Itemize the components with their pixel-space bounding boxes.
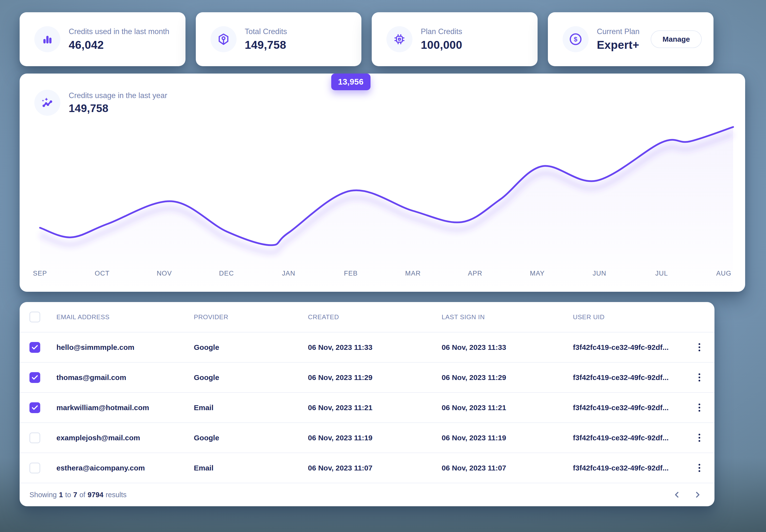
pagination-prev-button[interactable] — [671, 489, 683, 501]
table-row: examplejosh@mail.comGoogle06 Nov, 2023 1… — [20, 423, 715, 453]
email-cell: thomas@gmail.com — [56, 373, 194, 382]
table-row: hello@simmmple.comGoogle06 Nov, 2023 11:… — [20, 332, 715, 363]
summary-total: 9794 — [88, 491, 103, 499]
summary-to-word: to — [65, 491, 71, 499]
month-label-jun: JUN — [593, 270, 606, 277]
table-row: thomas@gmail.comGoogle06 Nov, 2023 11:29… — [20, 363, 715, 393]
provider-cell: Google — [194, 343, 308, 352]
stat-text: Credits used in the last month46,042 — [69, 27, 169, 51]
table-row: markwilliam@hotmail.comEmail06 Nov, 2023… — [20, 393, 715, 423]
month-label-sep: SEP — [33, 270, 47, 277]
stat-value: 46,042 — [69, 38, 169, 51]
users-table-card: EMAIL ADDRESSPROVIDERCREATEDLAST SIGN IN… — [20, 302, 715, 506]
chart-total-value: 149,758 — [69, 102, 167, 114]
month-label-aug: AUG — [716, 270, 731, 277]
kebab-icon — [699, 343, 700, 351]
summary-showing: Showing — [29, 491, 57, 499]
bar-chart-icon — [34, 26, 60, 52]
dollar-circle-icon: $ — [562, 26, 589, 52]
user-uid-cell: f3f42fc419-ce32-49fc-92df... — [573, 373, 688, 382]
table-body: hello@simmmple.comGoogle06 Nov, 2023 11:… — [20, 332, 715, 483]
row-checkbox[interactable] — [29, 463, 40, 473]
user-uid-cell: f3f42fc419-ce32-49fc-92df... — [573, 464, 688, 472]
row-checkbox[interactable] — [29, 372, 40, 383]
row-menu-button[interactable] — [691, 370, 707, 385]
created-cell: 06 Nov, 2023 11:19 — [308, 434, 442, 442]
column-header-created: CREATED — [308, 313, 442, 321]
column-header-last-sign-in: LAST SIGN IN — [442, 313, 573, 321]
stat-card-3: Plan Credits100,000 — [372, 12, 537, 66]
month-label-feb: FEB — [344, 270, 358, 277]
provider-cell: Google — [194, 373, 308, 382]
user-uid-cell: f3f42fc419-ce32-49fc-92df... — [573, 343, 688, 352]
last-sign-in-cell: 06 Nov, 2023 11:19 — [442, 434, 573, 442]
summary-to: 7 — [73, 491, 77, 499]
stat-card-2: Total Credits149,758 — [196, 12, 362, 66]
kebab-icon — [699, 373, 700, 381]
manage-button[interactable]: Manage — [651, 30, 702, 48]
last-sign-in-cell: 06 Nov, 2023 11:21 — [442, 404, 573, 412]
stat-value: 149,758 — [245, 38, 287, 51]
created-cell: 06 Nov, 2023 11:29 — [308, 373, 442, 382]
month-label-dec: DEC — [219, 270, 234, 277]
email-cell: esthera@aicompany.com — [56, 464, 194, 472]
table-footer: Showing 1 to 7 of 9794 results — [20, 483, 715, 506]
cube-icon — [211, 26, 237, 52]
table-header-row: EMAIL ADDRESSPROVIDERCREATEDLAST SIGN IN… — [20, 302, 715, 332]
pagination-next-button[interactable] — [691, 489, 704, 501]
month-label-mar: MAR — [405, 270, 421, 277]
chart-title: Credits usage in the last year — [69, 91, 167, 100]
month-label-jan: JAN — [282, 270, 295, 277]
column-header-provider: PROVIDER — [194, 313, 308, 321]
kebab-icon — [699, 464, 700, 472]
created-cell: 06 Nov, 2023 11:07 — [308, 464, 442, 472]
month-label-jul: JUL — [655, 270, 668, 277]
month-label-oct: OCT — [95, 270, 110, 277]
stat-value: 100,000 — [421, 38, 462, 51]
line-area-fill — [40, 127, 733, 292]
last-sign-in-cell: 06 Nov, 2023 11:07 — [442, 464, 573, 472]
provider-cell: Google — [194, 434, 308, 442]
stat-value: Expert+ — [597, 38, 640, 51]
row-checkbox[interactable] — [29, 342, 40, 353]
stat-card-4: $Current PlanExpert+Manage — [548, 12, 714, 66]
row-menu-button[interactable] — [691, 430, 707, 446]
summary-from: 1 — [59, 491, 63, 499]
stat-text: Total Credits149,758 — [245, 27, 287, 51]
email-cell: markwilliam@hotmail.com — [56, 404, 194, 412]
provider-cell: Email — [194, 404, 308, 412]
stat-label: Plan Credits — [421, 27, 462, 36]
chevron-right-icon — [693, 490, 702, 499]
table-row: esthera@aicompany.comEmail06 Nov, 2023 1… — [20, 453, 715, 483]
email-cell: examplejosh@mail.com — [56, 434, 194, 442]
stat-label: Credits used in the last month — [69, 27, 169, 36]
row-menu-button[interactable] — [691, 460, 707, 476]
row-menu-button[interactable] — [691, 400, 707, 416]
chip-icon — [386, 26, 412, 52]
chart-tooltip: 13,956 — [331, 74, 370, 90]
month-label-nov: NOV — [157, 270, 172, 277]
row-checkbox[interactable] — [29, 402, 40, 413]
last-sign-in-cell: 06 Nov, 2023 11:29 — [442, 373, 573, 382]
row-menu-button[interactable] — [691, 340, 707, 355]
summary-of-word: of — [79, 491, 85, 499]
stat-text: Current PlanExpert+ — [597, 27, 640, 51]
select-all-checkbox[interactable] — [29, 312, 40, 322]
column-header-user-uid: USER UID — [573, 313, 688, 321]
email-cell: hello@simmmple.com — [56, 343, 194, 352]
month-label-apr: APR — [468, 270, 482, 277]
pagination — [671, 489, 704, 501]
stat-label: Current Plan — [597, 27, 640, 36]
created-cell: 06 Nov, 2023 11:33 — [308, 343, 442, 352]
user-uid-cell: f3f42fc419-ce32-49fc-92df... — [573, 434, 688, 442]
created-cell: 06 Nov, 2023 11:21 — [308, 404, 442, 412]
last-sign-in-cell: 06 Nov, 2023 11:33 — [442, 343, 573, 352]
row-checkbox[interactable] — [29, 432, 40, 443]
trend-sparkle-icon — [34, 90, 60, 116]
chart-header: Credits usage in the last year 149,758 — [34, 90, 167, 116]
results-summary: Showing 1 to 7 of 9794 results — [29, 491, 126, 499]
summary-results-word: results — [105, 491, 126, 499]
svg-text:$: $ — [573, 36, 577, 43]
credits-usage-card: Credits usage in the last year 149,758 1… — [20, 74, 745, 292]
provider-cell: Email — [194, 464, 308, 472]
